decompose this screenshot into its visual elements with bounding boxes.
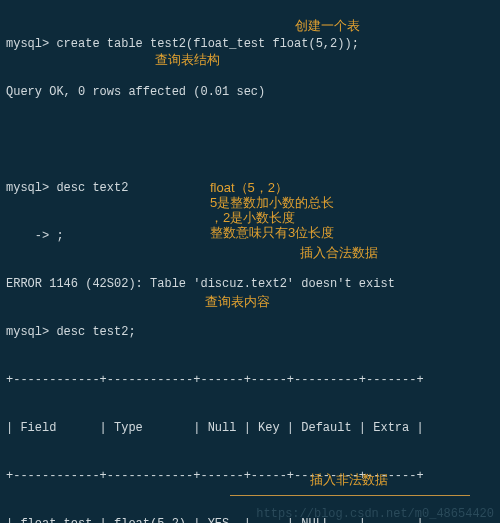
annotation-float-explain-2: 5是整数加小数的总长 [210, 195, 334, 210]
annotation-desc-structure: 查询表结构 [155, 52, 220, 67]
terminal-line: ERROR 1146 (42S02): Table 'discuz.text2'… [6, 276, 494, 292]
annotation-insert-valid: 插入合法数据 [300, 245, 378, 260]
terminal-line: +------------+------------+------+-----+… [6, 372, 494, 388]
annotation-float-explain-1: float（5，2） [210, 180, 288, 195]
terminal-line: mysql> desc test2; [6, 324, 494, 340]
annotation-float-explain-4: 整数意味只有3位长度 [210, 225, 334, 240]
terminal-line [6, 132, 494, 148]
annotation-create-table: 创建一个表 [295, 18, 360, 33]
terminal-line: | Field | Type | Null | Key | Default | … [6, 420, 494, 436]
terminal-line: +------------+------------+------+-----+… [6, 468, 494, 484]
annotation-select-content: 查询表内容 [205, 294, 270, 309]
annotation-insert-invalid: 插入非法数据 [310, 472, 388, 487]
annotation-strike-line [230, 495, 470, 496]
terminal-line: Query OK, 0 rows affected (0.01 sec) [6, 84, 494, 100]
watermark: https://blog.csdn.net/m0_48654420 [256, 507, 494, 521]
terminal-line: mysql> create table test2(float_test flo… [6, 36, 494, 52]
annotation-float-explain-3: ，2是小数长度 [210, 210, 295, 225]
terminal[interactable]: mysql> create table test2(float_test flo… [0, 0, 500, 523]
